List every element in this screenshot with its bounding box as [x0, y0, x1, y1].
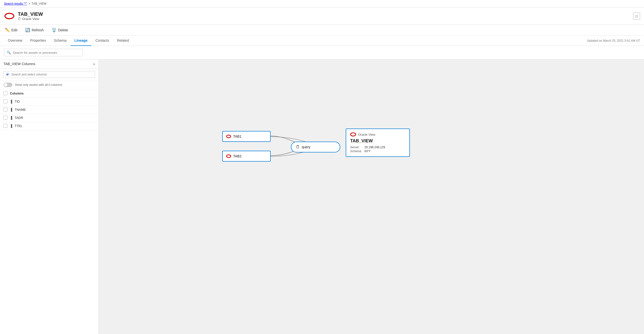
- delete-icon: 🗑️: [52, 28, 56, 32]
- tab2-oracle-icon: [226, 154, 231, 158]
- lineage-node-tab2[interactable]: TAB2: [222, 151, 271, 162]
- tname-checkbox[interactable]: [4, 108, 8, 111]
- detail-schema-row: Schema: NYY: [350, 149, 406, 153]
- detail-oracle-row: Oracle View: [350, 132, 406, 136]
- toggle-label: Show only assets with all 0 columns: [15, 83, 62, 87]
- subtitle-text: Oracle View: [22, 17, 39, 21]
- oracle-icon: [4, 13, 14, 19]
- delete-button[interactable]: 🗑️ Delete: [50, 27, 69, 33]
- main-content: TAB_VIEW Columns « ⚗️ Show only assets w…: [0, 59, 644, 334]
- left-panel-title-rest: Columns: [21, 62, 35, 66]
- tname-col-icon: ▐: [10, 108, 12, 111]
- tab1-label: TAB1: [233, 134, 242, 138]
- breadcrumb-search-link[interactable]: Search results "*": [4, 2, 27, 5]
- left-panel-header: TAB_VIEW Columns «: [0, 59, 98, 69]
- edit-icon: ✏️: [5, 28, 10, 32]
- query-doc-icon: 🗒: [296, 145, 300, 149]
- refresh-icon: 🔄: [25, 28, 30, 32]
- tid-checkbox[interactable]: [4, 99, 8, 103]
- tab-schema[interactable]: Schema: [50, 35, 70, 46]
- left-panel-title: TAB_VIEW Columns: [4, 62, 35, 66]
- columns-header-label: Columns: [10, 91, 24, 95]
- lineage-diagram: TAB1 TAB2 🗒 query Oracle View TAB_VIEW S…: [99, 59, 644, 334]
- left-panel-title-highlight: TAB_VIEW: [4, 62, 21, 66]
- select-all-checkbox[interactable]: [4, 91, 8, 95]
- lineage-node-query[interactable]: 🗒 query: [291, 142, 340, 152]
- filter-icon: ⚗️: [6, 72, 10, 76]
- toggle-area: Show only assets with all 0 columns: [0, 81, 98, 89]
- tab-contacts[interactable]: Contacts: [91, 35, 113, 46]
- tab-related[interactable]: Related: [113, 35, 133, 46]
- column-search-box[interactable]: ⚗️: [4, 71, 95, 78]
- ttel-col-icon: ▐: [10, 124, 12, 128]
- toolbar: ✏️ Edit 🔄 Refresh 🗑️ Delete: [0, 25, 644, 35]
- detail-name: TAB_VIEW: [350, 138, 406, 144]
- column-search-input[interactable]: [11, 73, 93, 76]
- page-title: TAB_VIEW: [18, 11, 43, 17]
- search-bar[interactable]: 🔍: [4, 49, 83, 56]
- columns-header-row: Columns: [0, 89, 98, 97]
- detail-oracle-icon: [350, 132, 356, 136]
- refresh-label: Refresh: [32, 28, 44, 32]
- detail-schema-label: Schema:: [350, 149, 362, 153]
- columns-list: Columns ▐ TID ▐ TNAME ▐ TADR ▐ TTEL: [0, 89, 98, 334]
- tab1-oracle-icon: [226, 135, 231, 138]
- detail-server-label: Server:: [350, 146, 362, 149]
- subtitle-doc-icon: 🗒: [18, 17, 21, 21]
- collapse-panel-button[interactable]: «: [93, 62, 95, 66]
- lineage-node-tab1[interactable]: TAB1: [222, 131, 271, 142]
- tab2-label: TAB2: [233, 154, 242, 158]
- toggle-knob: [4, 83, 8, 87]
- breadcrumb-separator: >: [28, 2, 30, 5]
- show-assets-toggle[interactable]: [4, 83, 12, 87]
- column-row-tid: ▐ TID: [0, 97, 98, 106]
- page-header: TAB_VIEW 🗒 Oracle View □: [0, 8, 644, 25]
- tab-overview[interactable]: Overview: [4, 35, 26, 46]
- column-search-area: ⚗️: [0, 69, 98, 81]
- search-area: 🔍: [0, 46, 644, 59]
- tab-bar: Overview Properties Schema Lineage Conta…: [0, 35, 644, 46]
- detail-server-value: 20.198.248.129: [364, 146, 385, 149]
- breadcrumb: Search results "*" > TAB_VIEW: [0, 0, 644, 8]
- updated-timestamp: Updated on March 25, 2021 5:41 AM UT: [587, 39, 640, 42]
- search-input[interactable]: [13, 51, 80, 54]
- breadcrumb-current: TAB_VIEW: [32, 2, 46, 5]
- query-label: query: [302, 145, 310, 149]
- tadr-col-name: TADR: [14, 116, 23, 120]
- tab-lineage[interactable]: Lineage: [70, 35, 92, 46]
- column-row-ttel: ▐ TTEL: [0, 122, 98, 130]
- delete-label: Delete: [58, 28, 68, 32]
- tab-properties[interactable]: Properties: [26, 35, 50, 46]
- left-panel: TAB_VIEW Columns « ⚗️ Show only assets w…: [0, 59, 99, 334]
- header-title-group: TAB_VIEW 🗒 Oracle View: [18, 11, 43, 21]
- expand-button[interactable]: □: [633, 12, 640, 19]
- page-subtitle: 🗒 Oracle View: [18, 17, 43, 21]
- column-row-tadr: ▐ TADR: [0, 114, 98, 122]
- edit-label: Edit: [11, 28, 17, 32]
- tid-col-icon: ▐: [10, 100, 12, 103]
- search-icon: 🔍: [7, 50, 11, 54]
- refresh-button[interactable]: 🔄 Refresh: [24, 27, 45, 33]
- tadr-col-icon: ▐: [10, 116, 12, 120]
- edit-button[interactable]: ✏️ Edit: [4, 27, 18, 33]
- tadr-checkbox[interactable]: [4, 116, 8, 120]
- asset-logo: [4, 10, 15, 21]
- lineage-svg: [99, 59, 644, 334]
- detail-server-row: Server: 20.198.248.129: [350, 146, 406, 149]
- detail-type: Oracle View: [358, 133, 375, 136]
- ttel-col-name: TTEL: [14, 124, 22, 128]
- tname-col-name: TNAME: [14, 108, 26, 111]
- detail-schema-value: NYY: [364, 149, 371, 153]
- column-row-tname: ▐ TNAME: [0, 106, 98, 114]
- tid-col-name: TID: [14, 100, 20, 103]
- lineage-node-detail[interactable]: Oracle View TAB_VIEW Server: 20.198.248.…: [346, 128, 410, 157]
- ttel-checkbox[interactable]: [4, 124, 8, 128]
